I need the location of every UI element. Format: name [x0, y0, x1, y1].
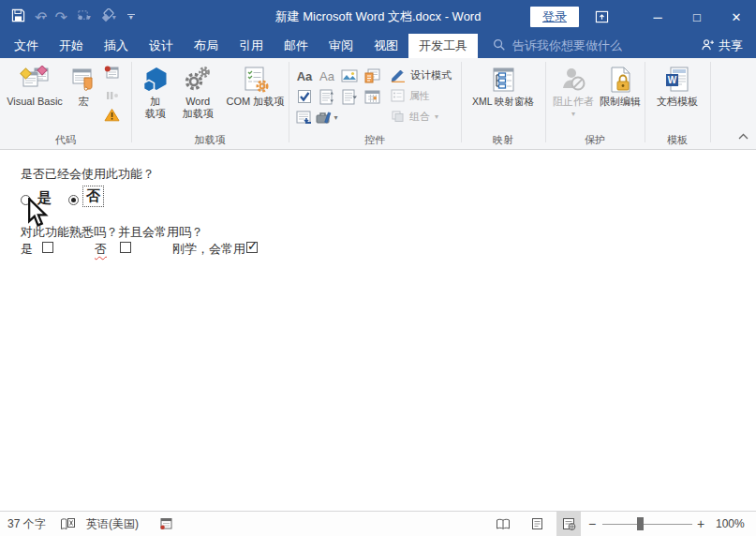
checkbox-control-icon[interactable]: [293, 86, 316, 107]
tab-layout[interactable]: 布局: [184, 34, 229, 58]
addins-label-line1: 加: [150, 96, 160, 108]
undo-button[interactable]: ↶ ▾: [35, 8, 45, 26]
macros-button[interactable]: 宏: [69, 58, 97, 108]
status-bar: 37 个字 英语(美国) − + 100%: [0, 511, 756, 536]
qat-shapes-dropdown-icon[interactable]: ▾: [112, 13, 116, 22]
block-authors-icon: [559, 64, 587, 96]
zoom-slider-thumb[interactable]: [637, 517, 644, 530]
ribbon-group-templates: W 文档模板 模板: [645, 58, 710, 149]
close-button[interactable]: ✕: [717, 0, 756, 34]
zoom-out-button[interactable]: −: [588, 512, 596, 536]
maximize-button[interactable]: □: [677, 0, 717, 34]
document-template-label: 文档模板: [657, 96, 698, 108]
save-icon[interactable]: [11, 8, 25, 26]
tab-insert[interactable]: 插入: [94, 34, 139, 58]
tab-design[interactable]: 设计: [139, 34, 184, 58]
block-authors-label: 阻止作者: [553, 96, 594, 108]
legacy-tools-button[interactable]: ▾: [316, 107, 338, 127]
addins-button[interactable]: 加 载项: [137, 58, 174, 120]
title-bar: ↶ ▾ ↷ ▾ ▾ ▾ 新建 Microsoft Word 文档.docx: [0, 0, 756, 34]
date-picker-control-icon[interactable]: [361, 86, 383, 107]
checkbox-no[interactable]: [120, 242, 131, 253]
rich-text-control-icon[interactable]: Aa: [293, 66, 316, 86]
share-button[interactable]: 共享: [701, 34, 743, 58]
addins-hexagon-icon: [141, 64, 170, 96]
read-mode-icon[interactable]: [491, 512, 515, 536]
tab-home[interactable]: 开始: [49, 34, 94, 58]
tab-references[interactable]: 引用: [229, 34, 274, 58]
controls-right-column: 设计模式 属性 组合 ▾: [383, 58, 452, 126]
properties-label: 属性: [409, 89, 430, 103]
group-label-templates: 模板: [645, 133, 710, 149]
zoom-slider-track[interactable]: [602, 524, 692, 525]
zoom-in-button[interactable]: +: [697, 512, 704, 536]
language-indicator[interactable]: 英语(美国): [86, 512, 139, 536]
share-label: 共享: [719, 37, 743, 54]
zoom-level[interactable]: 100%: [716, 512, 745, 536]
macro-status-icon[interactable]: [159, 512, 173, 536]
restrict-editing-button[interactable]: 限制编辑: [598, 58, 643, 108]
building-block-gallery-icon[interactable]: [361, 66, 383, 86]
word-addins-label-line2: 加载项: [183, 108, 214, 120]
print-layout-icon[interactable]: [525, 512, 549, 536]
ribbon-group-code: Visual Basic 宏: [0, 58, 131, 149]
tab-developer[interactable]: 开发工具: [408, 34, 478, 58]
checkbox-yes[interactable]: [42, 242, 53, 253]
qat-shapes-button[interactable]: ▾: [100, 8, 116, 26]
group-label-mapping: 映射: [461, 133, 545, 149]
plain-text-control-icon[interactable]: Aa: [316, 66, 338, 86]
pause-recording-icon: [104, 87, 119, 104]
group-button: 组合 ▾: [391, 108, 452, 126]
addins-label-line2: 载项: [145, 108, 166, 120]
tab-review[interactable]: 审阅: [319, 34, 363, 58]
word-addins-label-line1: Word: [185, 96, 210, 108]
content-controls-grid: Aa Aa: [289, 58, 383, 127]
spellcheck-icon[interactable]: [60, 512, 76, 536]
checkbox-new-checked[interactable]: ✓: [246, 242, 258, 253]
legacy-tools-dropdown-icon[interactable]: ▾: [334, 113, 337, 122]
tell-me-search[interactable]: 告诉我你想要做什么: [493, 34, 622, 58]
record-macro-icon[interactable]: [104, 66, 119, 83]
ribbon-group-mapping: XML 映射窗格 映射: [461, 58, 545, 149]
com-addins-label: COM 加载项: [227, 96, 285, 108]
web-layout-icon[interactable]: [556, 512, 581, 536]
question-2: 对此功能熟悉吗？并且会常用吗？: [21, 224, 203, 241]
radio-no-label[interactable]: 否: [82, 186, 104, 207]
qat-customize-icon[interactable]: ▾: [127, 14, 135, 20]
xml-mapping-pane-button[interactable]: XML 映射窗格: [462, 58, 544, 108]
sign-in-button[interactable]: 登录: [530, 7, 579, 27]
redo-icon[interactable]: ↷: [54, 8, 67, 26]
tab-file[interactable]: 文件: [4, 34, 49, 58]
com-addins-button[interactable]: COM 加载项: [222, 58, 289, 108]
combo-box-control-icon[interactable]: [316, 86, 338, 107]
word-addins-gears-icon: [183, 64, 213, 96]
dropdown-list-control-icon[interactable]: [338, 86, 361, 107]
visual-basic-button[interactable]: Visual Basic: [0, 58, 69, 108]
ribbon-tab-bar: 文件 开始 插入 设计 布局 引用 邮件 审阅 视图 开发工具 告诉我你想要做什…: [0, 34, 756, 58]
document-canvas[interactable]: 是否已经会使用此功能？ 是 否 对此功能熟悉吗？并且会常用吗？ 是 否 刚学，会…: [0, 150, 756, 511]
qat-snip-dropdown-icon[interactable]: ▾: [87, 13, 91, 22]
properties-icon: [391, 89, 405, 104]
collapse-ribbon-icon[interactable]: [738, 127, 749, 143]
picture-control-icon[interactable]: [338, 66, 361, 86]
document-template-button[interactable]: W 文档模板: [651, 58, 704, 108]
minimize-button[interactable]: ─: [638, 0, 677, 34]
ribbon-display-options-icon[interactable]: [586, 0, 617, 34]
visual-basic-label: Visual Basic: [7, 96, 63, 108]
macro-security-icon[interactable]: [104, 108, 120, 126]
block-authors-button: 阻止作者 ▾: [549, 58, 598, 120]
word-addins-button[interactable]: Word 加载项: [174, 58, 222, 120]
word-count[interactable]: 37 个字: [7, 512, 46, 536]
radio-no[interactable]: [68, 195, 79, 205]
ribbon-developer: Visual Basic 宏: [0, 58, 756, 150]
visual-basic-icon: [20, 64, 50, 96]
group-icon: [391, 110, 405, 125]
tab-mailings[interactable]: 邮件: [274, 34, 319, 58]
qat-snip-button[interactable]: ▾: [77, 8, 91, 25]
undo-dropdown-icon[interactable]: ▾: [41, 13, 45, 22]
tab-view[interactable]: 视图: [363, 34, 408, 58]
design-mode-button[interactable]: 设计模式: [391, 67, 452, 84]
repeating-section-control-icon[interactable]: [293, 107, 316, 127]
ribbon-group-protect: 阻止作者 ▾ 限制编辑 保护: [545, 58, 645, 149]
ribbon-group-addins: 加 载项 Word 加载项: [131, 58, 289, 149]
